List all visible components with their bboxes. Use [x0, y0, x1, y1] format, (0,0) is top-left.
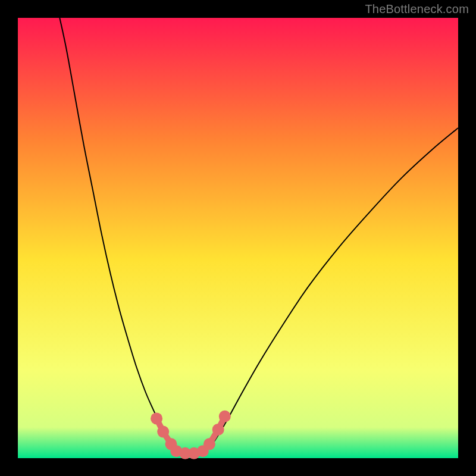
valley-dot	[151, 412, 162, 424]
chart-stage: TheBottleneck.com	[0, 0, 476, 476]
bottleneck-curve-plot	[0, 0, 476, 476]
valley-dot	[219, 411, 231, 422]
valley-dot	[157, 426, 169, 438]
watermark-text: TheBottleneck.com	[365, 2, 469, 16]
valley-dot	[212, 424, 224, 436]
gradient-background	[18, 18, 458, 458]
valley-dot	[203, 438, 215, 450]
